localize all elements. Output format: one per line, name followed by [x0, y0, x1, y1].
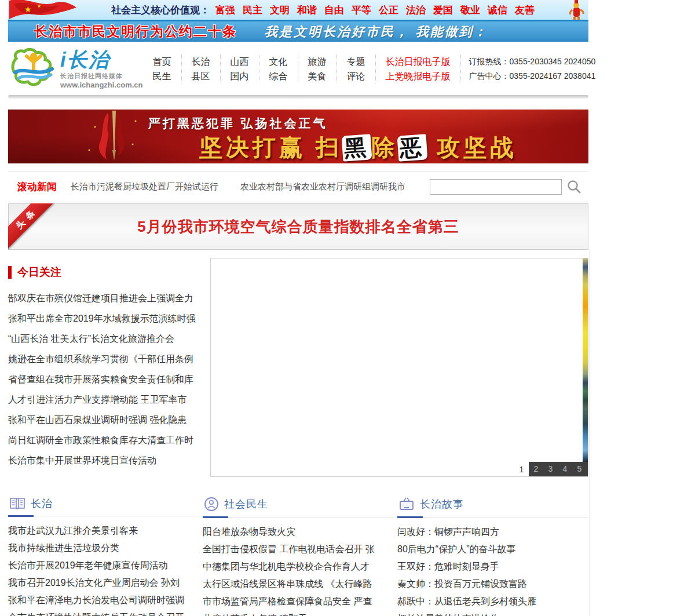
today-focus-panel: 今日关注 郜双庆在市殡仪馆迁建项目推进会上强调全力 张和平出席全市2019年水域…	[8, 258, 199, 477]
news-link[interactable]: 长治市集中开展世界环境日宣传活动	[8, 450, 197, 471]
nav-item-county[interactable]: 县区	[192, 69, 210, 83]
search-input[interactable]	[430, 179, 562, 195]
value-word: 爱国	[433, 3, 453, 17]
news-link[interactable]: 张和平出席全市2019年水域救援示范演练时强	[8, 308, 197, 329]
section-title[interactable]: 社会民生	[224, 497, 268, 511]
news-link[interactable]: 太行区域沿线景区将串珠成线 《太行峰路	[203, 575, 394, 593]
page-content: ★ ★ 社会主义核心价值观： 富强 民主 文明 和谐 自由 平等 公正 法治 爱…	[8, 0, 588, 616]
news-link[interactable]: 姚逊在全市组织系统学习贯彻《干部任用条例	[8, 349, 197, 369]
news-link[interactable]: 全市生态环境执法暨大练兵工作动员会召开	[8, 609, 199, 616]
news-link[interactable]: 把长治最美的故事讲给你	[397, 610, 588, 616]
nav-item-changzhi[interactable]: 长治	[192, 54, 210, 69]
news-link[interactable]: 闫改好：铜锣声声响四方	[397, 523, 588, 541]
news-link[interactable]: 省督查组在我市开展落实粮食安全责任制和库	[8, 369, 197, 389]
nav-item-misc[interactable]: 综合	[269, 69, 288, 83]
section-title[interactable]: 长治故事	[420, 497, 464, 511]
section-title[interactable]: 长治	[31, 497, 53, 511]
carousel-pagination: 1 2 3 4 5	[514, 462, 588, 476]
nav-item-shanxi[interactable]: 山西	[231, 54, 249, 69]
carousel-page-3[interactable]: 3	[543, 462, 558, 476]
carousel-page-4[interactable]: 4	[558, 462, 572, 476]
nav-item-comment[interactable]: 评论	[347, 69, 365, 83]
news-link[interactable]: 中德集团与华北机电学校校企合作育人才	[203, 558, 394, 575]
values-list: 富强 民主 文明 和谐 自由 平等 公正 法治 爱国 敬业 诚信 友善	[215, 3, 535, 17]
site-logo[interactable]: i长治 长治日报社网络媒体 www.ichangzhi.com.cn	[8, 46, 143, 92]
carousel-page-5[interactable]: 5	[572, 462, 587, 476]
logo-url: www.ichangzhi.com.cn	[60, 81, 143, 89]
campaign-slogan-small: 严打黑恶犯罪 弘扬社会正气	[148, 115, 328, 132]
slogan-char-hei: 黑	[342, 134, 372, 161]
ticker-items: 长治市污泥餐厨垃圾处置厂开始试运行 农业农村部与省农业农村厅调研组调研我市	[71, 181, 409, 192]
header-contact: 订报热线：0355-2030345 2024050 广告中心：0355-2024…	[460, 54, 596, 83]
news-link[interactable]: 张和平在山西石泉煤业调研时强调 强化隐患	[8, 410, 197, 430]
news-link[interactable]: 人才引进注活力产业支撑增动能 王卫军率市	[8, 389, 197, 410]
news-link[interactable]: 郜双庆在市殡仪馆迁建项目推进会上强调全力	[8, 288, 197, 308]
nav-col-special-comment: 专题 评论	[336, 54, 375, 83]
news-link[interactable]: 长治市开展2019年老年健康宣传周活动	[8, 557, 199, 574]
section-header: 长治故事	[397, 494, 588, 517]
ticker-news-link[interactable]: 农业农村部与省农业农村厅调研组调研我市	[240, 181, 405, 192]
red-bar-icon	[8, 266, 12, 279]
nav-item-food[interactable]: 美食	[308, 69, 327, 83]
civility-subtitle: 我是文明长治好市民， 我能做到：	[265, 23, 488, 41]
slogan-part-3: 攻坚战	[427, 134, 517, 160]
nav-item-minsheng[interactable]: 民生	[153, 69, 171, 83]
civility-title: 长治市市民文明行为公约二十条	[34, 23, 237, 41]
main-nav: 首页 民生 长治 县区 山西 国内 文化 综合 旅游 美食 专题 评论	[143, 54, 596, 83]
tv-icon	[398, 497, 415, 512]
section-changzhi: 长治 我市赴武汉九江推介美景引客来 我市持续推进生活垃圾分类 长治市开展2019…	[8, 494, 199, 616]
carousel-image-edge	[583, 258, 588, 476]
nav-item-home[interactable]: 首页	[153, 54, 171, 69]
svg-text:★: ★	[24, 5, 32, 14]
photo-carousel[interactable]: 1 2 3 4 5	[210, 258, 588, 477]
news-link[interactable]: 我市召开2019长治文化产业周启动会 孙刘	[8, 574, 199, 592]
nav-col-changzhi-county: 长治 县区	[181, 54, 220, 83]
news-link[interactable]: 全国打击侵权假冒 工作电视电话会召开 张	[203, 541, 394, 558]
nav-item-travel[interactable]: 旅游	[308, 54, 327, 69]
news-link[interactable]: 市市场监管局严格检查保障食品安全 严查	[203, 593, 394, 610]
civility-banner: 长治市市民文明行为公约二十条 我是文明长治好市民， 我能做到：	[8, 21, 588, 42]
slogan-part-1: 坚决打赢 扫	[199, 134, 342, 160]
epaper-daily-link[interactable]: 长治日报电子版	[386, 54, 451, 69]
headline-box: 头条 5月份我市环境空气综合质量指数排名全省第三	[8, 203, 588, 250]
header-separator	[8, 95, 588, 99]
nav-item-culture[interactable]: 文化	[269, 54, 288, 69]
values-banner: ★ ★ 社会主义核心价值观： 富强 民主 文明 和谐 自由 平等 公正 法治 爱…	[8, 0, 588, 21]
book-icon	[9, 497, 25, 511]
headline-title[interactable]: 5月份我市环境空气综合质量指数排名全省第三	[137, 217, 459, 237]
nav-item-domestic[interactable]: 国内	[231, 69, 249, 83]
value-word: 文明	[270, 3, 290, 17]
sword-icon	[78, 110, 147, 163]
section-list: 阳台堆放杂物导致火灾 全国打击侵权假冒 工作电视电话会召开 张 中德集团与华北机…	[203, 523, 394, 616]
ticker-news-link[interactable]: 长治市污泥餐厨垃圾处置厂开始试运行	[71, 181, 218, 192]
value-word: 友善	[515, 3, 535, 17]
search-icon[interactable]	[566, 179, 581, 194]
news-link[interactable]: 我市持续推进生活垃圾分类	[8, 540, 199, 557]
news-link[interactable]: 阳台堆放杂物导致火灾	[203, 523, 394, 541]
news-link[interactable]: 尚日红调研全市政策性粮食库存大清查工作时	[8, 430, 197, 450]
value-word: 富强	[215, 3, 235, 17]
campaign-banner[interactable]: 严打黑恶犯罪 弘扬社会正气 坚决打赢 扫黑除恶 攻坚战	[8, 110, 588, 163]
section-stories: 长治故事 闫改好：铜锣声声响四方 80后电力“保护人”的奋斗故事 王双好：危难时…	[397, 494, 588, 616]
headline-ribbon: 头条	[8, 203, 54, 250]
epaper-evening-link[interactable]: 上党晚报电子版	[386, 69, 451, 83]
carousel-page-2[interactable]: 2	[529, 462, 543, 476]
carousel-page-1[interactable]: 1	[514, 465, 529, 474]
news-link[interactable]: 王双好：危难时刻显身手	[397, 558, 588, 575]
news-link[interactable]: 80后电力“保护人”的奋斗故事	[397, 541, 588, 558]
nav-col-culture-misc: 文化 综合	[259, 54, 298, 83]
news-link[interactable]: 张和平在漳泽电力长治发电公司调研时强调	[8, 592, 199, 609]
mascot-icon	[568, 0, 585, 20]
news-link[interactable]: “山西长治 壮美太行”长治文化旅游推介会	[8, 329, 197, 349]
section-society: 社会民生 阳台堆放杂物导致火灾 全国打击侵权假冒 工作电视电话会召开 张 中德集…	[203, 494, 394, 616]
section-header: 长治	[8, 494, 199, 516]
news-link[interactable]: 秦文帅：投资百万元铺设致富路	[397, 575, 588, 593]
news-link[interactable]: 郝跃中：从退伍老兵到乡村领头雁	[397, 593, 588, 610]
news-link[interactable]: 我市赴武汉九江推介美景引客来	[8, 522, 199, 540]
ad-center: 广告中心：0355-2024167 2038041	[469, 69, 596, 83]
nav-item-special[interactable]: 专题	[347, 54, 365, 69]
nav-col-epaper: 长治日报电子版 上党晚报电子版	[375, 54, 460, 83]
person-icon	[204, 497, 219, 512]
site-header: i长治 长治日报社网络媒体 www.ichangzhi.com.cn 首页 民生…	[8, 42, 588, 95]
news-link[interactable]: 共度佳节千人包粽 嗨翻天	[203, 610, 394, 616]
